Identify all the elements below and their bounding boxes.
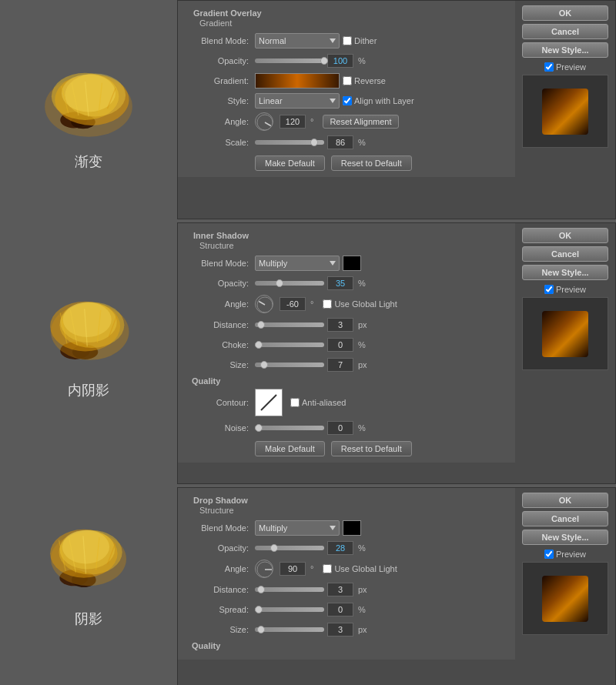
choke-slider[interactable] xyxy=(255,342,324,347)
anti-aliased-checkbox[interactable] xyxy=(290,398,300,407)
opacity-input-drop[interactable] xyxy=(327,541,353,555)
brush-preview-drop-shadow xyxy=(27,514,150,606)
svg-point-30 xyxy=(62,530,109,563)
gradient-swatch[interactable] xyxy=(255,73,340,89)
angle-input-gradient[interactable] xyxy=(280,115,306,129)
preview-checkbox-gradient[interactable] xyxy=(544,62,554,72)
angle-dial-drop[interactable] xyxy=(255,560,273,578)
blend-mode-select-drop[interactable]: Multiply Normal xyxy=(255,520,340,536)
opacity-unit-drop: % xyxy=(358,543,366,553)
angle-dial-inner[interactable] xyxy=(255,295,273,313)
inner-shadow-panel: Inner Shadow Structure Blend Mode: Multi… xyxy=(177,222,616,484)
spread-input[interactable] xyxy=(327,603,353,616)
size-input-inner[interactable] xyxy=(327,358,353,372)
make-default-button-gradient[interactable]: Make Default xyxy=(255,155,325,171)
size-control-inner: px xyxy=(255,358,507,372)
distance-label-inner: Distance: xyxy=(186,320,255,329)
distance-slider-inner[interactable] xyxy=(255,322,324,327)
size-slider-drop[interactable] xyxy=(255,627,324,632)
distance-input-inner[interactable] xyxy=(327,318,353,332)
blend-mode-select-inner[interactable]: Multiply Normal xyxy=(255,256,340,271)
noise-unit: % xyxy=(358,423,366,433)
scale-input[interactable] xyxy=(327,135,353,149)
angle-dial-gradient[interactable] xyxy=(255,112,273,131)
blend-mode-row-drop: Blend Mode: Multiply Normal xyxy=(186,520,507,536)
ok-button-drop[interactable]: OK xyxy=(522,493,608,508)
use-global-light-checkbox-drop[interactable] xyxy=(323,564,332,573)
noise-row: Noise: % xyxy=(186,419,507,436)
align-layer-checkbox[interactable] xyxy=(343,96,352,105)
color-swatch-drop[interactable] xyxy=(343,520,361,536)
reset-alignment-button[interactable]: Reset Alignment xyxy=(323,115,398,129)
ok-button-gradient[interactable]: OK xyxy=(522,5,608,21)
opacity-input-gradient[interactable] xyxy=(327,54,353,68)
inner-shadow-subtitle: Structure xyxy=(199,241,500,250)
align-layer-wrap: Align with Layer xyxy=(343,96,414,105)
preview-checkbox-inner[interactable] xyxy=(544,285,554,294)
svg-point-18 xyxy=(63,302,112,338)
opacity-input-inner[interactable] xyxy=(327,276,353,290)
opacity-slider-inner[interactable] xyxy=(255,281,324,286)
align-layer-label: Align with Layer xyxy=(354,96,414,105)
style-select[interactable]: Linear Radial xyxy=(255,93,340,109)
blend-mode-row-gradient: Blend Mode: Normal Multiply Dither xyxy=(186,32,507,49)
opacity-slider-drop[interactable] xyxy=(255,546,324,550)
opacity-row-drop: Opacity: % xyxy=(186,540,507,556)
spread-unit: % xyxy=(358,605,366,614)
distance-input-drop[interactable] xyxy=(327,583,353,596)
brush-section-drop-shadow: 阴影 xyxy=(27,456,150,685)
angle-label-drop: Angle: xyxy=(186,564,255,573)
preview-thumb-drop xyxy=(522,562,608,635)
reset-to-default-button-gradient[interactable]: Reset to Default xyxy=(331,155,412,171)
distance-unit-drop: px xyxy=(358,585,367,594)
size-slider-inner[interactable] xyxy=(255,363,324,367)
gradient-control: Reverse xyxy=(255,73,507,89)
distance-label-drop: Distance: xyxy=(186,585,255,594)
new-style-button-inner[interactable]: New Style... xyxy=(522,265,608,280)
angle-row-inner: Angle: ° Use Global Light xyxy=(186,295,507,313)
opacity-control-gradient: % xyxy=(255,54,507,68)
angle-row-drop: Angle: ° Use Global Light xyxy=(186,560,507,578)
preview-wrap-drop: Preview xyxy=(544,550,586,559)
new-style-button-drop[interactable]: New Style... xyxy=(522,530,608,545)
opacity-slider-gradient[interactable] xyxy=(255,58,324,63)
distance-slider-drop[interactable] xyxy=(255,587,324,592)
reset-to-default-button-inner[interactable]: Reset to Default xyxy=(331,441,412,456)
reverse-checkbox[interactable] xyxy=(343,76,352,85)
contour-preview[interactable] xyxy=(255,389,283,416)
noise-input[interactable] xyxy=(327,421,353,435)
dither-checkbox[interactable] xyxy=(343,36,352,45)
angle-input-drop[interactable] xyxy=(280,562,306,576)
angle-input-inner[interactable] xyxy=(280,297,306,311)
new-style-button-gradient[interactable]: New Style... xyxy=(522,42,608,58)
brush-label-gradient: 渐变 xyxy=(75,152,102,171)
cancel-button-inner[interactable]: Cancel xyxy=(522,246,608,262)
color-swatch-inner[interactable] xyxy=(343,256,361,271)
style-label: Style: xyxy=(186,96,255,105)
use-global-light-checkbox-inner[interactable] xyxy=(323,299,332,309)
gradient-overlay-title: Gradient Overlay xyxy=(193,8,500,18)
left-panel: 渐变 内阴影 xyxy=(0,0,177,685)
preview-label-drop: Preview xyxy=(556,550,586,559)
blend-mode-control-inner: Multiply Normal xyxy=(255,256,507,271)
make-default-button-inner[interactable]: Make Default xyxy=(255,441,325,456)
ok-button-inner[interactable]: OK xyxy=(522,228,608,243)
spread-row: Spread: % xyxy=(186,601,507,618)
angle-unit-inner: ° xyxy=(310,299,313,309)
cancel-button-drop[interactable]: Cancel xyxy=(522,511,608,526)
spread-slider[interactable] xyxy=(255,607,324,612)
scale-slider[interactable] xyxy=(255,140,324,145)
choke-input[interactable] xyxy=(327,338,353,352)
preview-checkbox-drop[interactable] xyxy=(544,550,554,559)
size-row-drop: Size: px xyxy=(186,621,507,638)
blend-mode-control-gradient: Normal Multiply Dither xyxy=(255,33,507,48)
size-input-drop[interactable] xyxy=(327,623,353,637)
blend-mode-select-gradient[interactable]: Normal Multiply xyxy=(255,33,340,48)
cancel-button-gradient[interactable]: Cancel xyxy=(522,24,608,39)
preview-inner-gradient xyxy=(542,89,588,135)
size-label-inner: Size: xyxy=(186,360,255,369)
brush-preview-inner-shadow xyxy=(27,286,150,378)
noise-slider[interactable] xyxy=(255,426,324,430)
gradient-overlay-panel: Gradient Overlay Gradient Blend Mode: No… xyxy=(177,0,616,219)
gradient-overlay-subtitle: Gradient xyxy=(199,18,500,28)
